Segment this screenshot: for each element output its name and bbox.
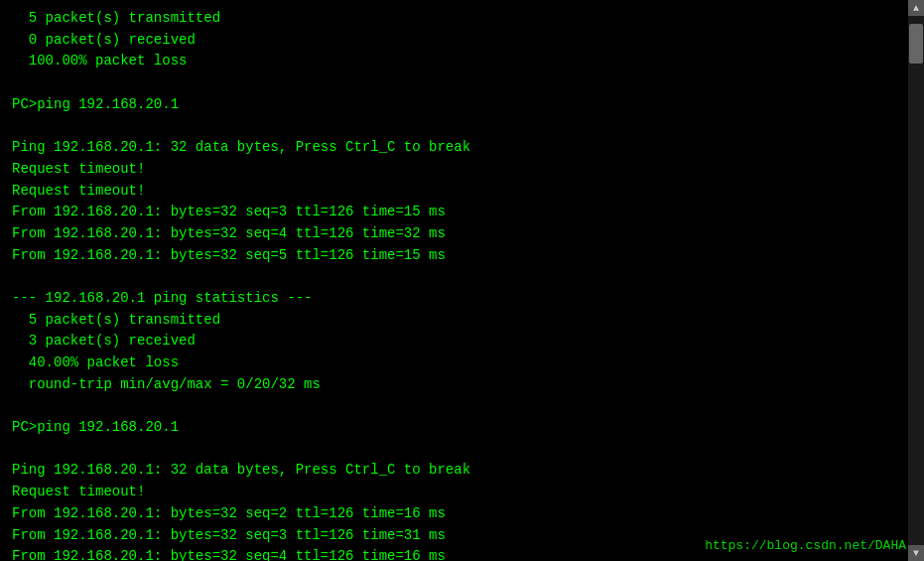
terminal-line: Ping 192.168.20.1: 32 data bytes, Press … (12, 137, 896, 159)
scrollbar-thumb[interactable] (909, 24, 923, 64)
scroll-down-button[interactable]: ▼ (908, 545, 924, 561)
terminal-line: From 192.168.20.1: bytes=32 seq=2 ttl=12… (12, 503, 896, 525)
scroll-up-button[interactable]: ▲ (908, 0, 924, 16)
terminal-line: 0 packet(s) received (12, 30, 896, 52)
terminal-line: 5 packet(s) transmitted (12, 310, 896, 332)
terminal-line: PC>ping 192.168.20.1 (12, 417, 896, 439)
terminal-line: round-trip min/avg/max = 0/20/32 ms (12, 374, 896, 396)
terminal-line (12, 439, 896, 461)
terminal-output[interactable]: 5 packet(s) transmitted 0 packet(s) rece… (0, 0, 908, 561)
terminal-line: Request timeout! (12, 181, 896, 203)
watermark-text: https://blog.csdn.net/DAHA (705, 538, 906, 553)
terminal-line: Request timeout! (12, 482, 896, 503)
terminal-line (12, 72, 896, 94)
scrollbar-track[interactable] (908, 16, 924, 545)
scrollbar[interactable]: ▲ ▼ (908, 0, 924, 561)
terminal-line: From 192.168.20.1: bytes=32 seq=4 ttl=12… (12, 223, 896, 245)
terminal-line (12, 115, 896, 137)
terminal-line: From 192.168.20.1: bytes=32 seq=5 ttl=12… (12, 245, 896, 267)
terminal-line: 5 packet(s) transmitted (12, 8, 896, 30)
terminal-line: 40.00% packet loss (12, 352, 896, 374)
terminal-line (12, 395, 896, 417)
terminal-line: Ping 192.168.20.1: 32 data bytes, Press … (12, 460, 896, 482)
terminal-line: PC>ping 192.168.20.1 (12, 94, 896, 116)
terminal-window: 5 packet(s) transmitted 0 packet(s) rece… (0, 0, 924, 561)
terminal-line: From 192.168.20.1: bytes=32 seq=3 ttl=12… (12, 202, 896, 223)
terminal-line: 100.00% packet loss (12, 51, 896, 72)
terminal-line (12, 266, 896, 288)
terminal-line: --- 192.168.20.1 ping statistics --- (12, 288, 896, 310)
terminal-line: 3 packet(s) received (12, 331, 896, 352)
terminal-line: Request timeout! (12, 159, 896, 181)
